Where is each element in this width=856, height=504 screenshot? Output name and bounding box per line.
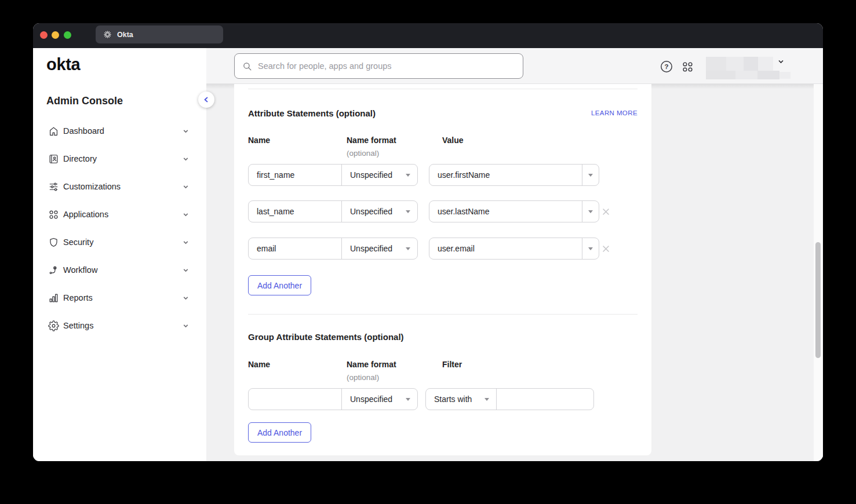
value-dropdown-button[interactable] xyxy=(582,165,599,185)
app-grid-icon xyxy=(682,61,693,72)
sidebar-nav: Dashboard Directory Customizations Appli… xyxy=(33,117,206,339)
filter-type-select[interactable]: Starts with xyxy=(426,389,497,410)
group-name-input[interactable] xyxy=(249,389,342,410)
redacted-account-email xyxy=(706,71,779,79)
admin-console-title: Admin Console xyxy=(46,95,123,107)
chevron-down-icon xyxy=(182,155,190,163)
value-dropdown-button[interactable] xyxy=(582,201,599,222)
caret-down-icon xyxy=(406,398,417,401)
redacted-account-extra xyxy=(779,72,791,79)
account-chevron-down-icon xyxy=(777,58,785,65)
remove-row-button[interactable] xyxy=(601,244,610,253)
attribute-row: last_name Unspecified user.lastName xyxy=(248,200,638,222)
divider xyxy=(248,89,638,89)
app-switcher-button[interactable] xyxy=(682,61,693,72)
attribute-statements-title: Attribute Statements (optional) xyxy=(248,108,376,118)
column-header-name-format: Name format xyxy=(347,136,396,145)
attribute-value-input[interactable]: user.firstName xyxy=(429,165,582,185)
sidebar-item-label: Dashboard xyxy=(63,126,178,136)
sliders-icon xyxy=(48,181,59,192)
sidebar-item-label: Directory xyxy=(63,154,178,163)
remove-row-button[interactable] xyxy=(601,207,610,216)
add-another-group-attribute-button[interactable]: Add Another xyxy=(248,422,311,443)
topbar: ? xyxy=(206,48,823,84)
gear-icon xyxy=(48,320,59,331)
main-content: Attribute Statements (optional) LEARN MO… xyxy=(206,48,823,461)
name-format-value: Unspecified xyxy=(350,244,392,253)
attribute-row: first_name Unspecified user.firstName xyxy=(248,164,638,186)
browser-tab[interactable]: Okta xyxy=(96,25,223,43)
window-titlebar: Okta xyxy=(33,23,823,48)
minimize-window-button[interactable] xyxy=(52,31,59,39)
sidebar-item-workflow[interactable]: Workflow xyxy=(33,256,206,284)
sidebar-item-label: Customizations xyxy=(63,182,178,191)
help-button[interactable]: ? xyxy=(660,60,673,73)
attribute-value-input[interactable]: user.email xyxy=(429,238,582,259)
name-format-group: email Unspecified xyxy=(248,238,418,260)
workflow-icon xyxy=(48,265,59,276)
column-header-name: Name xyxy=(248,136,270,145)
add-another-attribute-button[interactable]: Add Another xyxy=(248,275,311,295)
value-combobox: user.email xyxy=(429,238,599,260)
home-icon xyxy=(48,126,59,137)
close-window-button[interactable] xyxy=(40,31,48,39)
column-header-name-format: Name format xyxy=(347,360,396,369)
group-attribute-row: Unspecified Starts with xyxy=(248,388,638,410)
sidebar-item-dashboard[interactable]: Dashboard xyxy=(33,117,206,145)
chevron-down-icon xyxy=(182,322,190,330)
sidebar: okta Admin Console Dashboard Directory C… xyxy=(33,48,206,461)
name-format-group: first_name Unspecified xyxy=(248,164,418,186)
sidebar-item-label: Reports xyxy=(63,293,178,302)
attribute-value-input[interactable]: user.lastName xyxy=(429,201,582,222)
redacted-account-name xyxy=(706,57,773,71)
sidebar-item-security[interactable]: Security xyxy=(33,228,206,256)
group-attribute-statements-title: Group Attribute Statements (optional) xyxy=(248,332,404,342)
caret-down-icon xyxy=(406,174,417,177)
attribute-name-input[interactable]: first_name xyxy=(249,165,342,185)
sidebar-item-applications[interactable]: Applications xyxy=(33,200,206,228)
tab-title: Okta xyxy=(117,31,133,39)
filter-group: Starts with xyxy=(425,388,594,410)
caret-down-icon xyxy=(485,398,496,401)
sidebar-collapse-button[interactable] xyxy=(198,92,214,108)
name-format-select[interactable]: Unspecified xyxy=(342,389,417,410)
zoom-window-button[interactable] xyxy=(64,31,71,39)
filter-value-input[interactable] xyxy=(497,389,593,410)
attribute-name-input[interactable]: email xyxy=(249,238,342,259)
learn-more-link[interactable]: LEARN MORE xyxy=(591,109,638,116)
chevron-down-icon xyxy=(182,294,190,302)
sidebar-item-reports[interactable]: Reports xyxy=(33,284,206,312)
divider xyxy=(248,314,638,315)
name-format-select[interactable]: Unspecified xyxy=(342,165,417,185)
name-format-select[interactable]: Unspecified xyxy=(342,238,417,259)
name-format-group: Unspecified xyxy=(248,388,418,410)
value-combobox: user.firstName xyxy=(429,164,599,186)
directory-icon xyxy=(48,154,59,165)
bar-chart-icon xyxy=(48,293,59,304)
sidebar-item-customizations[interactable]: Customizations xyxy=(33,173,206,200)
sidebar-item-label: Workflow xyxy=(63,265,178,275)
column-header-name: Name xyxy=(248,360,270,369)
name-format-value: Unspecified xyxy=(350,170,392,180)
sidebar-item-settings[interactable]: Settings xyxy=(33,312,206,339)
scrollbar-track[interactable] xyxy=(814,84,823,461)
sidebar-item-directory[interactable]: Directory xyxy=(33,145,206,173)
value-dropdown-button[interactable] xyxy=(582,238,599,259)
settings-card: Attribute Statements (optional) LEARN MO… xyxy=(234,84,651,455)
chevron-down-icon xyxy=(182,211,190,218)
help-icon: ? xyxy=(660,60,673,73)
name-format-select[interactable]: Unspecified xyxy=(342,201,417,222)
search-box xyxy=(234,53,523,79)
scrollbar-thumb[interactable] xyxy=(815,242,821,358)
okta-favicon xyxy=(103,30,112,39)
chevron-down-icon xyxy=(182,127,190,135)
column-header-filter: Filter xyxy=(442,360,462,369)
chevron-down-icon xyxy=(182,266,190,274)
chevron-down-icon xyxy=(182,239,190,246)
search-input[interactable] xyxy=(258,61,515,71)
attribute-name-input[interactable]: last_name xyxy=(249,201,342,222)
name-format-group: last_name Unspecified xyxy=(248,200,418,222)
svg-text:?: ? xyxy=(664,63,668,70)
filter-type-value: Starts with xyxy=(434,395,472,404)
app-grid-icon xyxy=(48,209,59,220)
